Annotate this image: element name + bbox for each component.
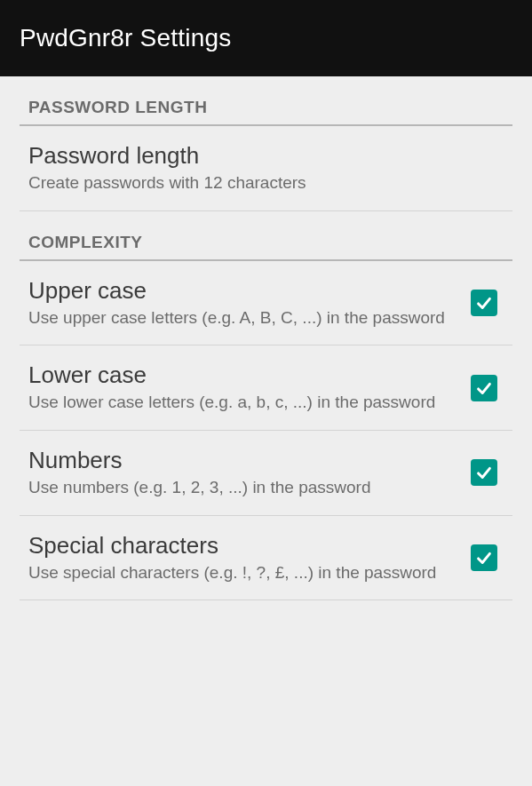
pref-numbers[interactable]: Numbers Use numbers (e.g. 1, 2, 3, ...) … <box>20 431 512 516</box>
pref-lower-case[interactable]: Lower case Use lower case letters (e.g. … <box>20 345 512 431</box>
pref-text: Lower case Use lower case letters (e.g. … <box>28 361 466 414</box>
pref-title: Upper case <box>28 277 452 305</box>
pref-password-length[interactable]: Password length Create passwords with 12… <box>20 126 512 211</box>
pref-summary: Use upper case letters (e.g. A, B, C, ..… <box>28 306 452 329</box>
pref-text: Numbers Use numbers (e.g. 1, 2, 3, ...) … <box>28 447 466 499</box>
pref-summary: Use numbers (e.g. 1, 2, 3, ...) in the p… <box>28 476 452 499</box>
settings-content: PASSWORD LENGTH Password length Create p… <box>0 76 532 600</box>
check-icon <box>471 290 497 316</box>
pref-text: Upper case Use upper case letters (e.g. … <box>28 277 466 329</box>
page-title: PwdGnr8r Settings <box>20 24 231 52</box>
checkbox-special-characters[interactable] <box>466 544 502 571</box>
pref-text: Password length Create passwords with 12… <box>28 142 502 195</box>
section-header-complexity: COMPLEXITY <box>20 211 512 261</box>
check-icon <box>471 459 497 486</box>
pref-title: Password length <box>28 142 488 170</box>
pref-special-characters[interactable]: Special characters Use special character… <box>20 516 512 601</box>
pref-text: Special characters Use special character… <box>28 532 466 584</box>
checkbox-numbers[interactable] <box>466 459 502 486</box>
pref-summary: Use lower case letters (e.g. a, b, c, ..… <box>28 391 452 414</box>
check-icon <box>471 544 497 571</box>
section-header-password-length: PASSWORD LENGTH <box>20 76 512 126</box>
pref-title: Lower case <box>28 361 452 389</box>
pref-title: Numbers <box>28 447 452 474</box>
checkbox-upper-case[interactable] <box>466 290 502 316</box>
action-bar: PwdGnr8r Settings <box>0 0 532 76</box>
checkbox-lower-case[interactable] <box>466 375 502 401</box>
pref-upper-case[interactable]: Upper case Use upper case letters (e.g. … <box>20 261 512 346</box>
pref-summary: Use special characters (e.g. !, ?, £, ..… <box>28 561 452 584</box>
pref-summary: Create passwords with 12 characters <box>28 171 488 195</box>
pref-title: Special characters <box>28 532 452 560</box>
check-icon <box>471 375 497 401</box>
